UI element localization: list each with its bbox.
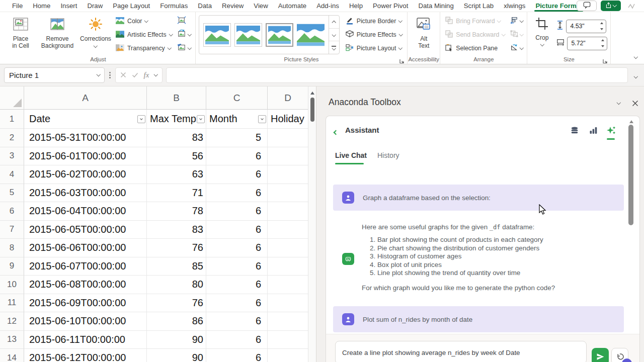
- cell-date[interactable]: 2015-06-07T00:00:00: [24, 257, 147, 276]
- cell-date[interactable]: 2015-06-08T00:00:00: [24, 276, 147, 294]
- cell-date[interactable]: 2015-06-06T00:00:00: [24, 239, 147, 257]
- data-button[interactable]: [570, 125, 580, 135]
- shape-width-input[interactable]: 5.72": [567, 37, 607, 50]
- cell-month[interactable]: 6: [206, 202, 268, 221]
- ribbon-tab[interactable]: Page Layout: [108, 0, 155, 12]
- row-number[interactable]: 2: [0, 129, 24, 147]
- cell-max-temp[interactable]: 90: [147, 349, 206, 362]
- ribbon-tab[interactable]: xlwings: [499, 0, 530, 12]
- cell-holiday[interactable]: [268, 184, 308, 203]
- gallery-scroll-down[interactable]: [329, 29, 339, 42]
- compress-pictures-button[interactable]: [176, 15, 192, 28]
- cell-date[interactable]: 2015-05-31T00:00:00: [24, 129, 147, 147]
- row-number[interactable]: 5: [0, 184, 24, 203]
- color-button[interactable]: Color: [114, 15, 174, 28]
- picture-styles-dialog-launcher[interactable]: [399, 57, 405, 62]
- enter-icon[interactable]: [132, 71, 138, 80]
- cell-max-temp[interactable]: 78: [147, 202, 206, 221]
- picture-style-thumbnail[interactable]: [234, 23, 262, 47]
- ribbon-tab[interactable]: Automate: [273, 0, 311, 12]
- assistant-sparkles-button[interactable]: [606, 125, 616, 135]
- ribbon-tab[interactable]: Script Lab: [459, 0, 499, 12]
- panel-collapse-button[interactable]: [613, 98, 624, 109]
- gallery-more-button[interactable]: [329, 41, 339, 54]
- column-header-c[interactable]: C: [206, 86, 268, 110]
- ribbon-tab[interactable]: Insert: [55, 0, 82, 12]
- name-box[interactable]: Picture 1: [4, 67, 105, 83]
- ribbon-tab[interactable]: Home: [28, 0, 55, 12]
- cell-max-temp[interactable]: 63: [147, 165, 206, 184]
- artistic-effects-button[interactable]: Artistic Effects: [114, 28, 174, 41]
- picture-effects-button[interactable]: Picture Effects: [344, 28, 405, 41]
- cell-holiday[interactable]: [268, 165, 308, 184]
- align-objects-button[interactable]: [509, 15, 524, 28]
- tab-live-chat[interactable]: Live Chat: [335, 151, 367, 159]
- chat-input[interactable]: [335, 341, 587, 362]
- cell-date[interactable]: 2015-06-02T00:00:00: [24, 165, 147, 184]
- width-step-down[interactable]: [599, 43, 607, 50]
- cell-date[interactable]: 2015-06-11T00:00:00: [24, 331, 147, 349]
- width-step-up[interactable]: [599, 37, 607, 44]
- cell-date[interactable]: 2015-06-04T00:00:00: [24, 202, 147, 221]
- panel-scroll-up-arrow[interactable]: [629, 120, 633, 123]
- reset-picture-button[interactable]: [176, 42, 192, 55]
- row-number[interactable]: 1: [0, 110, 24, 129]
- ribbon-tab[interactable]: Formulas: [155, 0, 193, 12]
- cell-max-temp[interactable]: 76: [147, 239, 206, 257]
- cell-max-temp[interactable]: 80: [147, 276, 206, 294]
- charts-button[interactable]: [588, 125, 598, 135]
- cell-holiday[interactable]: [268, 239, 308, 257]
- picture-layout-button[interactable]: Picture Layout: [344, 42, 405, 55]
- cell-date[interactable]: 2015-06-03T00:00:00: [24, 184, 147, 203]
- sheet-vertical-scrollbar[interactable]: [308, 86, 316, 362]
- expand-formula-bar-button[interactable]: [631, 71, 640, 80]
- cell-month[interactable]: 6: [206, 165, 268, 184]
- cancel-icon[interactable]: [120, 71, 126, 80]
- send-button[interactable]: [592, 348, 609, 362]
- cell-month[interactable]: 6: [206, 221, 268, 239]
- row-number[interactable]: 6: [0, 202, 24, 221]
- ribbon-tab[interactable]: File: [7, 0, 28, 12]
- size-dialog-launcher[interactable]: [603, 57, 608, 62]
- cell-month[interactable]: 6: [206, 147, 268, 166]
- height-step-up[interactable]: [598, 20, 606, 27]
- row-number[interactable]: 7: [0, 221, 24, 239]
- cell-holiday[interactable]: [268, 294, 308, 313]
- cell-month[interactable]: 6: [206, 331, 268, 349]
- cell-holiday[interactable]: [268, 349, 308, 362]
- cell-holiday[interactable]: [268, 276, 308, 294]
- ribbon-tab[interactable]: Review: [217, 0, 249, 12]
- row-number[interactable]: 12: [0, 312, 24, 331]
- collapse-ribbon-button[interactable]: [634, 51, 637, 60]
- ribbon-tab[interactable]: Data: [193, 0, 217, 12]
- cell-max-temp[interactable]: 85: [147, 257, 206, 276]
- panel-close-button[interactable]: [629, 98, 640, 109]
- row-number[interactable]: 10: [0, 276, 24, 294]
- cell-holiday[interactable]: [268, 202, 308, 221]
- remove-background-button[interactable]: RemoveBackground: [37, 15, 77, 55]
- picture-style-thumbnail[interactable]: [297, 23, 325, 47]
- shape-height-input[interactable]: 4.53": [566, 20, 606, 33]
- column-header-b[interactable]: B: [147, 86, 206, 110]
- cell-holiday[interactable]: [268, 147, 308, 166]
- filter-button[interactable]: [258, 115, 266, 123]
- formula-input[interactable]: [166, 67, 628, 83]
- ribbon-tab[interactable]: Add-ins: [311, 0, 344, 12]
- row-number[interactable]: 4: [0, 165, 24, 184]
- cell-month[interactable]: 5: [206, 129, 268, 147]
- filter-button[interactable]: [137, 115, 145, 123]
- cell-date[interactable]: 2015-06-01T00:00:00: [24, 147, 147, 166]
- cell-d1[interactable]: Holiday: [268, 110, 308, 129]
- cell-holiday[interactable]: [268, 221, 308, 239]
- tab-history[interactable]: History: [377, 151, 399, 159]
- cell-month[interactable]: 6: [206, 349, 268, 362]
- cell-date[interactable]: 2015-06-10T00:00:00: [24, 312, 147, 331]
- filter-button[interactable]: [197, 115, 205, 123]
- picture-style-thumbnail[interactable]: [203, 23, 231, 47]
- cell-month[interactable]: 6: [206, 294, 268, 313]
- rotate-objects-button[interactable]: [509, 42, 524, 55]
- corrections-button[interactable]: Corrections: [77, 15, 114, 55]
- cell-holiday[interactable]: [268, 129, 308, 147]
- cell-month[interactable]: 6: [206, 184, 268, 203]
- cell-date[interactable]: 2015-06-09T00:00:00: [24, 294, 147, 313]
